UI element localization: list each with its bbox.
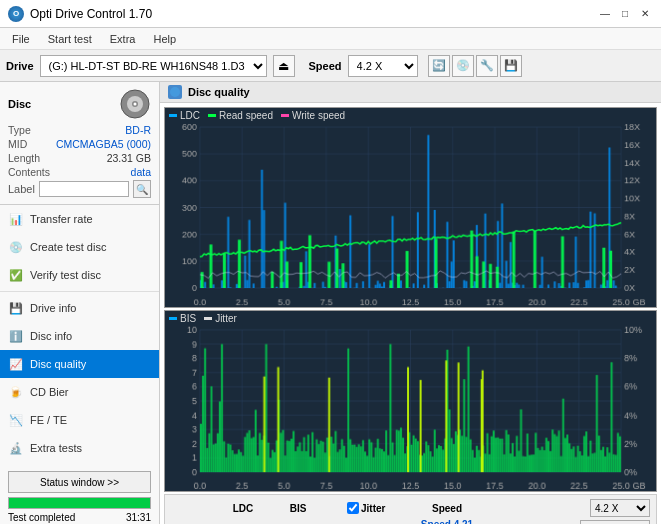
nav-disc-info-label: Disc info xyxy=(30,330,72,342)
nav-drive-info-label: Drive info xyxy=(30,302,76,314)
nav-items: 📊 Transfer rate 💿 Create test disc ✅ Ver… xyxy=(0,205,159,467)
ldc-header: LDC xyxy=(213,503,273,514)
speed-val: Speed 4.21 X xyxy=(417,519,477,524)
nav-fe-te[interactable]: 📉 FE / TE xyxy=(0,406,159,434)
speed-label-stats: Speed xyxy=(421,519,451,524)
main-layout: Disc Type BD-R MID CMCMAGBA5 (000) Lengt… xyxy=(0,82,661,524)
menu-start-test[interactable]: Start test xyxy=(40,31,100,47)
drive-label: Drive xyxy=(6,60,34,72)
title-bar: O Opti Drive Control 1.70 — □ ✕ xyxy=(0,0,661,28)
disc-contents-row: Contents data xyxy=(8,166,151,178)
app-title: Opti Drive Control 1.70 xyxy=(30,7,152,21)
status-text-row: Test completed 31:31 xyxy=(0,511,159,524)
disc-panel: Disc Type BD-R MID CMCMAGBA5 (000) Lengt… xyxy=(0,82,159,205)
disc-length-value: 23.31 GB xyxy=(107,152,151,164)
stats-header-row: LDC BIS Jitter Speed 4.2 X xyxy=(171,499,650,517)
content-title: Disc quality xyxy=(188,86,250,98)
nav-create-test-disc[interactable]: 💿 Create test disc xyxy=(0,233,159,261)
svg-point-3 xyxy=(134,103,137,106)
nav-verify-test-disc[interactable]: ✅ Verify test disc xyxy=(0,261,159,289)
speed-label: Speed xyxy=(309,60,342,72)
refresh-button[interactable]: 🔄 xyxy=(428,55,450,77)
disc-header: Disc xyxy=(8,88,151,120)
content-header: Disc quality xyxy=(160,82,661,103)
status-text: Test completed xyxy=(8,512,75,523)
jitter-label: Jitter xyxy=(215,313,237,324)
start-full-btn-container: Start full xyxy=(477,520,650,524)
jitter-header-label: Jitter xyxy=(361,503,385,514)
chart2-legend: BIS Jitter xyxy=(169,313,237,324)
nav-transfer-rate[interactable]: 📊 Transfer rate xyxy=(0,205,159,233)
progress-bar-background xyxy=(8,497,151,509)
nav-sep-1 xyxy=(0,291,159,292)
disc-button[interactable]: 💿 xyxy=(452,55,474,77)
disc-contents-value: data xyxy=(131,166,151,178)
progress-bar-fill xyxy=(9,498,150,508)
disc-length-label: Length xyxy=(8,152,40,164)
menu-extra[interactable]: Extra xyxy=(102,31,144,47)
speed-select-stats[interactable]: 4.2 X xyxy=(590,499,650,517)
status-section: Status window >> Test completed 31:31 xyxy=(0,467,159,524)
chart2-canvas xyxy=(165,311,656,492)
start-full-button[interactable]: Start full xyxy=(580,520,650,524)
chart2-area: BIS Jitter xyxy=(164,310,657,493)
nav-verify-test-disc-label: Verify test disc xyxy=(30,269,101,281)
menu-bar: File Start test Extra Help xyxy=(0,28,661,50)
create-test-disc-icon: 💿 xyxy=(8,239,24,255)
speed-select[interactable]: 4.2 X xyxy=(348,55,418,77)
nav-create-test-disc-label: Create test disc xyxy=(30,241,106,253)
extra-tests-icon: 🔬 xyxy=(8,440,24,456)
disc-mid-value: CMCMAGBA5 (000) xyxy=(56,138,151,150)
menu-file[interactable]: File xyxy=(4,31,38,47)
nav-transfer-rate-label: Transfer rate xyxy=(30,213,93,225)
nav-drive-info[interactable]: 💾 Drive info xyxy=(0,294,159,322)
drive-select[interactable]: (G:) HL-DT-ST BD-RE WH16NS48 1.D3 xyxy=(40,55,267,77)
disc-label-button[interactable]: 🔍 xyxy=(133,180,151,198)
settings-button[interactable]: 🔧 xyxy=(476,55,498,77)
jitter-color xyxy=(204,317,212,320)
stats-avg-row: Avg 5.97 0.10 -0.1% Speed 4.21 X Start f… xyxy=(171,519,650,524)
write-speed-color xyxy=(281,114,289,117)
close-button[interactable]: ✕ xyxy=(637,6,653,22)
svg-point-4 xyxy=(170,87,180,97)
disc-icon xyxy=(119,88,151,120)
legend-jitter: Jitter xyxy=(204,313,237,324)
nav-disc-info[interactable]: ℹ️ Disc info xyxy=(0,322,159,350)
speed-stats-header: Speed xyxy=(417,503,477,514)
minimize-button[interactable]: — xyxy=(597,6,613,22)
maximize-button[interactable]: □ xyxy=(617,6,633,22)
stats-bar: LDC BIS Jitter Speed 4.2 X xyxy=(164,494,657,524)
disc-type-row: Type BD-R xyxy=(8,124,151,136)
drive-eject-button[interactable]: ⏏ xyxy=(273,55,295,77)
sidebar: Disc Type BD-R MID CMCMAGBA5 (000) Lengt… xyxy=(0,82,160,524)
chart1-canvas xyxy=(165,108,656,307)
progress-bar-container xyxy=(8,497,151,509)
chart1-legend: LDC Read speed Write speed xyxy=(169,110,345,121)
nav-disc-quality-label: Disc quality xyxy=(30,358,86,370)
ldc-color xyxy=(169,114,177,117)
save-button[interactable]: 💾 xyxy=(500,55,522,77)
menu-help[interactable]: Help xyxy=(145,31,184,47)
speed-controls: 4.2 X xyxy=(477,499,650,517)
nav-cd-bier-label: CD Bier xyxy=(30,386,69,398)
nav-disc-quality[interactable]: 📈 Disc quality xyxy=(0,350,159,378)
disc-length-row: Length 23.31 GB xyxy=(8,152,151,164)
legend-bis: BIS xyxy=(169,313,196,324)
disc-label-label: Label xyxy=(8,183,35,195)
app-logo: O xyxy=(8,6,24,22)
fe-te-icon: 📉 xyxy=(8,412,24,428)
bis-header: BIS xyxy=(273,503,323,514)
nav-cd-bier[interactable]: 🍺 CD Bier xyxy=(0,378,159,406)
drive-icon-buttons: 🔄 💿 🔧 💾 xyxy=(428,55,522,77)
read-speed-label: Read speed xyxy=(219,110,273,121)
nav-fe-te-label: FE / TE xyxy=(30,414,67,426)
disc-info-icon: ℹ️ xyxy=(8,328,24,344)
status-window-button[interactable]: Status window >> xyxy=(8,471,151,493)
nav-extra-tests[interactable]: 🔬 Extra tests xyxy=(0,434,159,462)
legend-ldc: LDC xyxy=(169,110,200,121)
disc-label-input[interactable] xyxy=(39,181,129,197)
jitter-checkbox[interactable] xyxy=(347,502,359,514)
drive-bar: Drive (G:) HL-DT-ST BD-RE WH16NS48 1.D3 … xyxy=(0,50,661,82)
disc-label-row: Label 🔍 xyxy=(8,180,151,198)
chart1-area: LDC Read speed Write speed xyxy=(164,107,657,308)
